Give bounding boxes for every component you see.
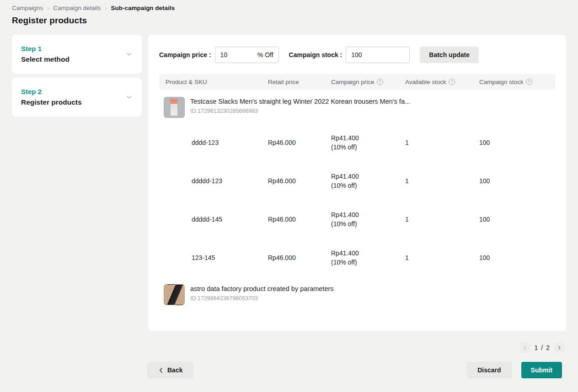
- help-icon[interactable]: ?: [377, 79, 383, 85]
- product-info: astro data factory product created by pa…: [190, 284, 334, 302]
- campaign-price-value: Rp41.400: [331, 211, 405, 218]
- content: Step 1 Select method Step 2 Register pro…: [0, 35, 578, 331]
- sku-name: ddddd-145: [159, 216, 268, 223]
- step-number: Step 1: [21, 45, 70, 53]
- sku-name: dddd-123: [159, 139, 268, 146]
- product-title: Testcase Slacks Men's straight leg Winte…: [190, 98, 410, 105]
- campaign-stock-input-box: [346, 47, 410, 63]
- sku-row: ddddd-145 Rp46.000 Rp41.400 (10% off) 1 …: [159, 200, 555, 238]
- submit-button[interactable]: Submit: [521, 362, 562, 378]
- product-image: [164, 284, 185, 305]
- steps-sidebar: Step 1 Select method Step 2 Register pro…: [12, 35, 142, 117]
- sku-row: 123-145 Rp46.000 Rp41.400 (10% off) 1 10…: [159, 238, 555, 277]
- column-label: Campaign price: [331, 79, 375, 85]
- step-label: Register products: [21, 98, 82, 106]
- current-page: 1: [535, 344, 538, 351]
- back-button[interactable]: Back: [147, 362, 193, 378]
- product-row: astro data factory product created by pa…: [159, 277, 555, 311]
- available-stock: 1: [405, 177, 479, 185]
- breadcrumb-separator-icon: ›: [47, 5, 49, 11]
- campaign-price: Rp41.400 (10% off): [331, 249, 405, 266]
- retail-price: Rp46.000: [268, 177, 331, 185]
- campaign-price-note: (10% off): [331, 143, 405, 151]
- campaign-price: Rp41.400 (10% off): [331, 173, 405, 189]
- campaign-stock: 100: [479, 139, 555, 146]
- batch-update-button[interactable]: Batch update: [420, 47, 479, 63]
- step-card-text: Step 1 Select method: [21, 45, 70, 64]
- campaign-stock-input[interactable]: [351, 51, 404, 58]
- breadcrumb: Campaigns › Campaign details › Sub-campa…: [12, 5, 566, 11]
- product-info: Testcase Slacks Men's straight leg Winte…: [190, 97, 410, 114]
- retail-price: Rp46.000: [268, 216, 331, 223]
- product-title: astro data factory product created by pa…: [190, 285, 334, 292]
- back-button-label: Back: [167, 366, 182, 374]
- campaign-stock: 100: [479, 177, 555, 185]
- column-available-stock: Available stock ?: [405, 79, 479, 85]
- campaign-price-value: Rp41.400: [331, 173, 405, 180]
- prev-page-button[interactable]: [520, 343, 530, 353]
- campaign-price: Rp41.400 (10% off): [331, 134, 405, 151]
- available-stock: 1: [405, 254, 479, 261]
- campaign-stock: 100: [479, 254, 555, 261]
- column-product-sku: Product & SKU: [159, 79, 268, 85]
- page-separator: /: [541, 344, 543, 351]
- available-stock: 1: [405, 139, 479, 146]
- sku-row: dddd-123 Rp46.000 Rp41.400 (10% off) 1 1…: [159, 123, 555, 162]
- available-stock: 1: [405, 216, 479, 223]
- batch-update-bar: Campaign price : % Off Campaign stock : …: [159, 47, 555, 63]
- page-indicator: 1 / 2: [535, 344, 550, 351]
- column-label: Available stock: [405, 79, 446, 85]
- column-label: Campaign stock: [479, 79, 524, 85]
- help-icon[interactable]: ?: [526, 79, 532, 85]
- discard-button[interactable]: Discard: [466, 362, 512, 378]
- step-number: Step 2: [21, 88, 82, 95]
- column-campaign-price: Campaign price ?: [331, 79, 405, 85]
- next-page-button[interactable]: [554, 343, 564, 353]
- breadcrumb-separator-icon: ›: [105, 5, 107, 11]
- breadcrumb-item-current: Sub-campaign details: [111, 5, 175, 11]
- column-campaign-stock: Campaign stock ?: [479, 79, 555, 85]
- retail-price: Rp46.000: [268, 139, 331, 146]
- campaign-price-input-box: % Off: [215, 47, 279, 63]
- product-row: Testcase Slacks Men's straight leg Winte…: [159, 90, 555, 123]
- footer-actions: Back Discard Submit: [0, 362, 578, 378]
- step-card-select-method[interactable]: Step 1 Select method: [12, 35, 142, 74]
- chevron-left-icon: [158, 367, 164, 373]
- step-card-text: Step 2 Register products: [21, 88, 82, 106]
- campaign-price: Rp41.400 (10% off): [331, 211, 405, 228]
- sku-name: ddddd-123: [159, 177, 268, 185]
- pagination: 1 / 2: [0, 343, 578, 353]
- campaign-stock: 100: [479, 216, 555, 223]
- products-table: Product & SKU Retail price Campaign pric…: [159, 74, 555, 311]
- column-retail-price: Retail price: [268, 79, 331, 85]
- step-label: Select method: [21, 55, 70, 64]
- retail-price: Rp46.000: [268, 254, 331, 261]
- product-image: [164, 97, 185, 118]
- chevron-down-icon[interactable]: [126, 51, 133, 58]
- campaign-price-input[interactable]: [220, 51, 255, 58]
- campaign-price-note: (10% off): [331, 220, 405, 228]
- top-bar: Campaigns › Campaign details › Sub-campa…: [0, 0, 578, 26]
- campaign-price-value: Rp41.400: [331, 134, 405, 142]
- sku-name: 123-145: [159, 254, 268, 261]
- chevron-down-icon[interactable]: [126, 94, 133, 101]
- help-icon[interactable]: ?: [449, 79, 455, 85]
- campaign-stock-label: Campaign stock :: [289, 51, 343, 58]
- breadcrumb-item-campaigns[interactable]: Campaigns: [12, 5, 43, 11]
- total-pages: 2: [546, 344, 550, 351]
- table-header-row: Product & SKU Retail price Campaign pric…: [159, 74, 555, 90]
- product-id: ID:1729864236796053703: [190, 295, 334, 302]
- campaign-price-note: (10% off): [331, 182, 405, 189]
- product-id: ID:1729613230285686983: [190, 108, 410, 114]
- breadcrumb-item-campaign-details[interactable]: Campaign details: [53, 5, 101, 11]
- step-card-register-products[interactable]: Step 2 Register products: [12, 78, 142, 117]
- sku-row: ddddd-123 Rp46.000 Rp41.400 (10% off) 1 …: [159, 162, 555, 200]
- campaign-price-value: Rp41.400: [331, 249, 405, 257]
- percent-off-suffix: % Off: [255, 51, 273, 58]
- page-title: Register products: [12, 16, 566, 26]
- register-products-panel: Campaign price : % Off Campaign stock : …: [148, 35, 566, 331]
- campaign-price-note: (10% off): [331, 259, 405, 266]
- campaign-price-label: Campaign price :: [159, 51, 211, 58]
